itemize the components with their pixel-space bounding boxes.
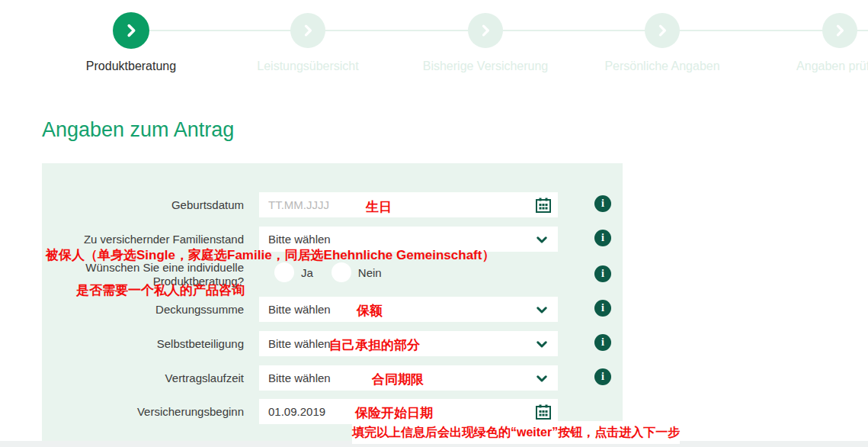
info-icon[interactable]: i (594, 300, 611, 317)
chevron-right-icon (300, 23, 315, 38)
label-selbstbeteiligung: Selbstbeteiligung (42, 331, 244, 356)
label-vertragslaufzeit: Vertragslaufzeit (42, 365, 244, 391)
radio-ja[interactable] (274, 262, 294, 282)
annotation-consultation: 是否需要一个私人的产品咨询 (76, 281, 245, 299)
chevron-right-icon (832, 23, 847, 38)
page: Produktberatung Leistungsübersicht Bishe… (0, 0, 868, 447)
step-label: Leistungsübersicht (224, 59, 392, 73)
info-icon[interactable]: i (594, 334, 611, 351)
annotation-contract-term: 合同期限 (372, 371, 424, 388)
annotation-birthday: 生日 (366, 198, 392, 216)
chevron-down-icon (533, 368, 550, 388)
step-circle-active[interactable] (113, 12, 149, 49)
step-label: Bisherige Versicherung (402, 59, 569, 73)
calendar-icon[interactable] (533, 402, 553, 421)
chevron-down-icon (533, 230, 550, 249)
info-icon[interactable]: i (594, 230, 611, 246)
produktberatung-radio-group: Ja Nein (274, 262, 400, 282)
step-circle-inactive (290, 13, 325, 48)
step-circle-inactive (822, 13, 857, 48)
info-icon[interactable]: i (594, 195, 611, 212)
label-geburtsdatum: Geburtsdatum (42, 192, 244, 217)
annotation-deductible: 自己承担的部分 (329, 336, 420, 354)
annotation-coverage: 保额 (357, 302, 383, 320)
annotation-insured-person: 被保人（单身选Single，家庭选Familie，同居选Ehehnliche G… (46, 246, 495, 264)
selbstbeteiligung-selected-value: Bitte wählen (259, 337, 331, 350)
step-label: Angaben prüfen (756, 59, 868, 73)
radio-nein[interactable] (332, 262, 351, 282)
step-label: Produktberatung (47, 59, 215, 73)
info-icon[interactable]: i (594, 368, 611, 385)
step-label: Persönliche Angaben (578, 59, 746, 73)
page-title: Angaben zum Antrag (42, 118, 234, 142)
chevron-right-icon (655, 23, 670, 38)
deckungssumme-selected-value: Bitte wählen (259, 303, 331, 316)
radio-nein-label: Nein (358, 266, 382, 279)
geburtsdatum-field[interactable] (259, 192, 558, 217)
form-panel: Geburtsdatum i Zu versichernder Familien… (42, 163, 623, 441)
radio-ja-label: Ja (301, 266, 313, 279)
chevron-down-icon (533, 334, 550, 353)
label-versicherungsbeginn: Versicherungsbeginn (42, 399, 244, 424)
chevron-down-icon (533, 300, 550, 319)
step-circle-inactive (468, 13, 503, 48)
deckungssumme-select[interactable]: Bitte wählen (259, 297, 558, 322)
calendar-icon[interactable] (533, 195, 553, 214)
chevron-right-icon (478, 23, 493, 38)
familienstand-selected-value: Bitte wählen (259, 233, 331, 246)
label-deckungssumme: Deckungssumme (42, 297, 244, 322)
vertragslaufzeit-selected-value: Bitte wählen (259, 371, 331, 384)
chevron-right-icon (123, 22, 139, 39)
annotation-start-date: 保险开始日期 (355, 404, 433, 422)
info-icon[interactable]: i (594, 265, 611, 282)
step-circle-inactive (645, 13, 680, 48)
annotation-next-step: 填完以上信息后会出现绿色的“weiter”按钮，点击进入下一步 (352, 421, 680, 444)
